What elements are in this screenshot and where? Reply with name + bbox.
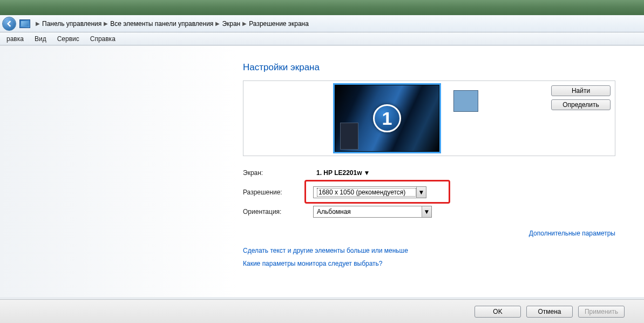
advanced-settings-link[interactable]: Дополнительные параметры: [529, 230, 615, 237]
orientation-label: Ориентация:: [243, 208, 313, 216]
dialog-footer: OK Отмена Применить: [0, 299, 644, 323]
menu-bar: равка Вид Сервис Справка: [0, 32, 644, 45]
find-button[interactable]: Найти: [551, 85, 611, 96]
chevron-down-icon: ▼: [422, 206, 431, 217]
chevron-down-icon: ▼: [362, 167, 372, 179]
resolution-label: Разрешение:: [243, 189, 313, 196]
menu-tools[interactable]: Сервис: [52, 33, 85, 44]
menu-view[interactable]: Вид: [29, 33, 52, 44]
monitor-number-badge: 1: [373, 104, 401, 132]
arrow-left-icon: [6, 21, 12, 27]
display-label: Экран:: [243, 169, 313, 177]
resolution-value: 1680 x 1050 (рекомендуется): [317, 188, 416, 197]
display-dropdown[interactable]: 1. HP LE2201w ▼: [313, 167, 372, 179]
text-size-link[interactable]: Сделать текст и другие элементы больше и…: [243, 247, 615, 254]
content-area: Настройки экрана 1 Найти Определить Экра…: [0, 45, 644, 297]
page-title: Настройки экрана: [243, 62, 615, 73]
display-preview-box: 1 Найти Определить: [243, 80, 615, 156]
address-bar: ▶ Панель управления ▶ Все элементы панел…: [0, 15, 644, 32]
breadcrumb-item[interactable]: Все элементы панели управления: [110, 20, 213, 28]
orientation-dropdown[interactable]: Альбомная ▼: [313, 206, 432, 218]
ok-button[interactable]: OK: [474, 306, 521, 318]
monitor-preview[interactable]: 1: [333, 83, 441, 153]
chevron-down-icon: ▼: [416, 187, 426, 198]
menu-help[interactable]: Справка: [85, 33, 121, 44]
back-button[interactable]: [2, 17, 16, 31]
control-panel-icon: [19, 19, 30, 28]
breadcrumb-separator-icon: ▶: [215, 21, 220, 26]
identify-button[interactable]: Определить: [551, 99, 611, 110]
preview-window-icon: [453, 90, 478, 112]
orientation-value: Альбомная: [317, 208, 422, 216]
resolution-dropdown[interactable]: 1680 x 1050 (рекомендуется) ▼: [313, 186, 426, 198]
apply-button[interactable]: Применить: [578, 306, 625, 318]
breadcrumb-separator-icon: ▶: [36, 21, 40, 26]
cancel-button[interactable]: Отмена: [526, 306, 573, 318]
display-value: 1. HP LE2201w: [316, 169, 362, 177]
breadcrumb-separator-icon: ▶: [242, 21, 247, 26]
which-params-link[interactable]: Какие параметры монитора следует выбрать…: [243, 260, 615, 267]
preview-window-icon: [340, 123, 358, 150]
breadcrumb-item[interactable]: Экран: [222, 20, 240, 28]
breadcrumb-item[interactable]: Панель управления: [42, 20, 101, 28]
window-titlebar: [0, 0, 644, 15]
menu-edit[interactable]: равка: [1, 33, 29, 44]
breadcrumb-separator-icon: ▶: [104, 21, 108, 26]
breadcrumb-item[interactable]: Разрешение экрана: [249, 20, 309, 28]
